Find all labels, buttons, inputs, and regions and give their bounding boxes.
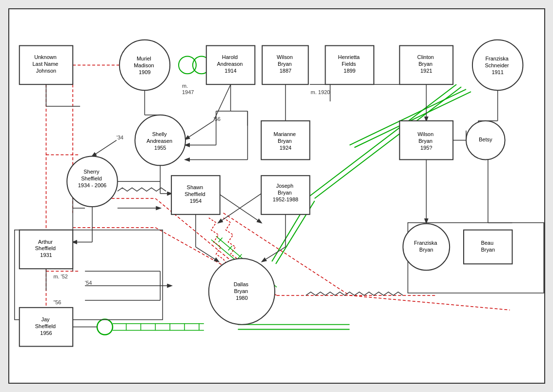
label-34: '34 bbox=[116, 135, 123, 140]
svg-point-20 bbox=[179, 56, 196, 74]
svg-line-29 bbox=[185, 121, 213, 139]
svg-text:Unknown
    Last Name
    John: Unknown Last Name Johnson bbox=[32, 54, 60, 74]
svg-line-11 bbox=[349, 295, 510, 310]
svg-line-57 bbox=[92, 140, 116, 157]
sherry-sheffield-node bbox=[67, 156, 117, 206]
svg-text:Beau
    Bryan: Beau Bryan bbox=[481, 240, 495, 253]
marriage-1920-label: m. 1920 bbox=[310, 89, 330, 95]
marriage-1947-label: m. 1947 bbox=[182, 83, 194, 95]
svg-point-22 bbox=[97, 319, 112, 335]
svg-text:Dallas
    Bryan
    1980: Dallas Bryan 1980 bbox=[233, 281, 249, 301]
marriage-52-label: m. '52 bbox=[53, 274, 67, 279]
svg-text:Betsy: Betsy bbox=[479, 137, 492, 142]
label-56-bottom: "56 bbox=[53, 299, 61, 305]
label-56-top: '56 bbox=[213, 116, 220, 122]
label-54: '54 bbox=[85, 280, 92, 286]
svg-line-45 bbox=[195, 247, 218, 261]
diagram-container: Unknown Last Name Johnson Muriel Madison… bbox=[8, 8, 545, 384]
